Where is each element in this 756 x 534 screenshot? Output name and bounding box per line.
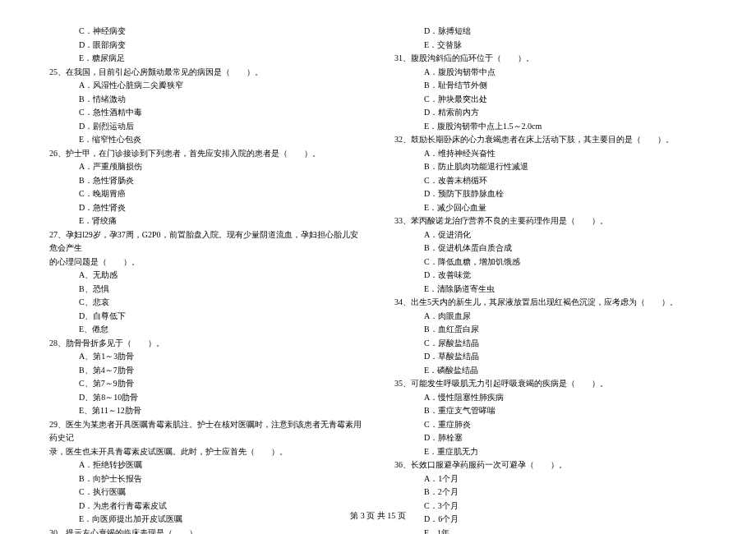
left-column: C．神经病变D．眼部病变E．糖尿病足25、在我国，目前引起心房颤动最常见的病因是… <box>49 25 362 501</box>
option-line: A．风湿性心脏病二尖瓣狭窄 <box>49 79 362 93</box>
option-line: C．尿酸盐结晶 <box>394 337 707 351</box>
option-line: A．拒绝转抄医嘱 <box>49 458 362 472</box>
option-line: E．重症肌无力 <box>394 445 707 459</box>
option-line: D．脉搏短绌 <box>394 25 707 39</box>
option-line: D、自尊低下 <box>49 310 362 324</box>
option-line: E、倦怠 <box>49 323 362 337</box>
option-line: B．2个月 <box>394 486 707 499</box>
option-line: D．肺栓塞 <box>394 431 707 445</box>
option-line: C．重症肺炎 <box>394 418 707 432</box>
option-line: C、第7～9肋骨 <box>49 377 362 391</box>
option-line: C、悲哀 <box>49 296 362 310</box>
option-line: B．血红蛋白尿 <box>394 323 707 337</box>
option-line: B．耻骨结节外侧 <box>394 79 707 93</box>
question-line: 26、护士甲，在门诊接诊到下列患者，首先应安排入院的患者是（ ）。 <box>49 147 362 161</box>
option-line: B、第4～7肋骨 <box>49 364 362 378</box>
question-line: 32、鼓励长期卧床的心力衰竭患者在床上活动下肢，其主要目的是（ ）。 <box>394 133 707 147</box>
option-line: C．晚期胃癌 <box>49 187 362 201</box>
option-line: E．交替脉 <box>394 39 707 53</box>
question-line: 28、肋骨骨折多见于（ ）。 <box>49 337 362 351</box>
page-footer: 第 3 页 共 15 页 <box>0 510 756 522</box>
option-line: D．草酸盐结晶 <box>394 350 707 364</box>
option-line: C．急性酒精中毒 <box>49 106 362 120</box>
option-line: E．清除肠道寄生虫 <box>394 283 707 297</box>
question-continue: 录，医生也未开具青霉素皮试医嘱。此时，护士应首先（ ）。 <box>49 445 362 459</box>
option-line: E、第11～12肋骨 <box>49 404 362 418</box>
option-line: A．腹股沟韧带中点 <box>394 66 707 80</box>
option-line: C．执行医嘱 <box>49 486 362 499</box>
option-line: D．预防下肢静脉血栓 <box>394 187 707 201</box>
right-column: D．脉搏短绌E．交替脉31、腹股沟斜疝的疝环位于（ ）。A．腹股沟韧带中点B．耻… <box>394 25 707 501</box>
option-line: D．急性肾炎 <box>49 201 362 215</box>
option-line: B．促进机体蛋白质合成 <box>394 242 707 255</box>
option-line: E．糖尿病足 <box>49 52 362 66</box>
question-line: 34、出生5天内的新生儿，其尿液放置后出现红褐色沉淀，应考虑为（ ）。 <box>394 296 707 310</box>
option-line: A．促进消化 <box>394 228 707 242</box>
option-line: D、第8～10肋骨 <box>49 391 362 405</box>
question-line: 35、可能发生呼吸肌无力引起呼吸衰竭的疾病是（ ）。 <box>394 377 707 391</box>
option-line: E．磷酸盐结晶 <box>394 364 707 378</box>
option-line: A．肉眼血尿 <box>394 310 707 324</box>
option-line: E．肾绞痛 <box>49 214 362 228</box>
option-line: B．情绪激动 <box>49 93 362 107</box>
option-line: A、第1～3肋骨 <box>49 350 362 364</box>
option-line: C．改善末梢循环 <box>394 174 707 188</box>
option-line: D．精索前内方 <box>394 106 707 120</box>
option-line: B．重症支气管哮喘 <box>394 404 707 418</box>
question-continue: 的心理问题是（ ）。 <box>49 255 362 269</box>
option-line: A．严重颅脑损伤 <box>49 160 362 174</box>
question-line: 30、提示左心衰竭的临床表现是（ ）。 <box>49 527 362 535</box>
option-line: C．神经病变 <box>49 25 362 39</box>
question-line: 33、苯丙酸诺龙治疗营养不良的主要药理作用是（ ）。 <box>394 214 707 228</box>
question-line: 27、孕妇l29岁，孕37周，G2P0，前置胎盘入院。现有少量阴道流血，孕妇担心… <box>49 228 362 255</box>
option-line: E．缩窄性心包炎 <box>49 133 362 147</box>
option-line: A．慢性阻塞性肺疾病 <box>394 391 707 405</box>
option-line: E．减少回心血量 <box>394 201 707 215</box>
question-line: 29、医生为某患者开具医嘱青霉素肌注。护士在核对医嘱时，注意到该患者无青霉素用药… <box>49 418 362 445</box>
option-line: A、无助感 <box>49 269 362 283</box>
option-line: D．眼部病变 <box>49 39 362 53</box>
option-line: B．急性肾肠炎 <box>49 174 362 188</box>
option-line: D．改善味觉 <box>394 269 707 283</box>
option-line: C．降低血糖，增加饥饿感 <box>394 255 707 269</box>
option-line: E．1年 <box>394 527 707 535</box>
option-line: B．防止肌肉功能退行性减退 <box>394 160 707 174</box>
page-number: 第 3 页 共 15 页 <box>350 511 406 520</box>
option-line: B、恐惧 <box>49 283 362 297</box>
document-content: C．神经病变D．眼部病变E．糖尿病足25、在我国，目前引起心房颤动最常见的病因是… <box>49 25 707 501</box>
option-line: E．腹股沟韧带中点上1.5～2.0cm <box>394 120 707 134</box>
option-line: A．维持神经兴奋性 <box>394 147 707 161</box>
option-line: A．1个月 <box>394 472 707 486</box>
option-line: C．肿块最突出处 <box>394 93 707 107</box>
option-line: B．向护士长报告 <box>49 472 362 486</box>
question-line: 25、在我国，目前引起心房颤动最常见的病因是（ ）。 <box>49 66 362 80</box>
option-line: D．剧烈运动后 <box>49 120 362 134</box>
question-line: 36、长效口服避孕药服药一次可避孕（ ）。 <box>394 458 707 472</box>
question-line: 31、腹股沟斜疝的疝环位于（ ）。 <box>394 52 707 66</box>
